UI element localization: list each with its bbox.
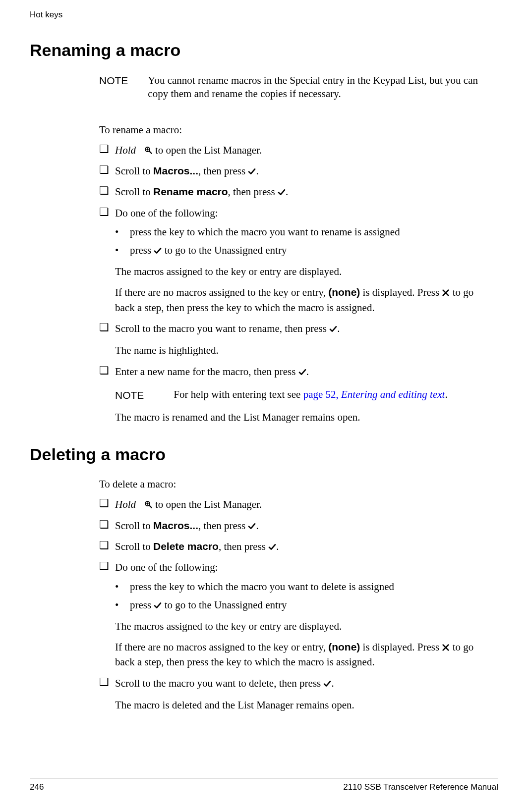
step-text: . — [256, 520, 258, 532]
step-text: to open the List Manager. — [155, 144, 262, 156]
note-text: . — [445, 388, 447, 400]
checkbox-icon: ❏ — [99, 206, 115, 217]
step-item: ❏ Scroll to the macro you want to rename… — [99, 322, 483, 336]
cross-icon — [442, 286, 450, 300]
cross-icon — [442, 641, 450, 655]
bullet-text: to go to the Unassigned entry — [162, 599, 287, 611]
checkbox-icon: ❏ — [99, 365, 115, 376]
paragraph: The macros assigned to the key or entry … — [115, 265, 483, 278]
bullet-text: press — [130, 599, 154, 611]
tick-icon — [329, 323, 337, 336]
tick-icon — [278, 186, 286, 200]
step-item: ❏ Hold to open the List Manager. — [99, 143, 483, 158]
note-label: NOTE — [115, 388, 144, 401]
step-item: ❏ Do one of the following: — [99, 206, 483, 220]
step-item: ❏ Scroll to Delete macro, then press . — [99, 540, 483, 554]
checkbox-icon: ❏ — [99, 519, 115, 530]
paragraph: The name is highlighted. — [115, 343, 483, 357]
paragraph: The macro is renamed and the List Manage… — [115, 410, 483, 424]
paragraph: The macros assigned to the key or entry … — [115, 619, 483, 633]
step-text: , then press — [198, 520, 248, 532]
step-item: ❏ Do one of the following: — [99, 560, 483, 574]
heading-deleting-macro: Deleting a macro — [30, 445, 498, 464]
paragraph: If there are no macros assigned to the k… — [115, 285, 483, 315]
step-text: Do one of the following: — [115, 560, 483, 574]
step-text: Do one of the following: — [115, 206, 483, 220]
bullet-text: to go to the Unassigned entry — [162, 244, 287, 256]
tick-icon — [248, 165, 256, 179]
step-text: Hold — [115, 498, 136, 510]
step-text: Scroll to — [115, 520, 153, 532]
step-text: . — [306, 366, 309, 378]
ui-label: Macros... — [153, 165, 198, 176]
step-text: , then press — [228, 186, 278, 198]
intro-text: To delete a macro: — [99, 478, 483, 490]
step-item: ❏ Scroll to Macros..., then press . — [99, 519, 483, 534]
bullet-icon: • — [115, 244, 130, 257]
note-label: NOTE — [99, 74, 128, 87]
page: Hot keys Renaming a macro NOTE You canno… — [0, 0, 528, 812]
paragraph: The macro is deleted and the List Manage… — [115, 698, 483, 712]
step-item: ❏ Hold to open the List Manager. — [99, 497, 483, 512]
step-text: . — [337, 323, 340, 334]
checkbox-icon: ❏ — [99, 540, 115, 551]
checkbox-icon: ❏ — [99, 164, 115, 175]
bullet-text: press the key to which the macro you wan… — [130, 581, 394, 593]
step-text: Scroll to — [115, 541, 153, 552]
tick-icon — [154, 600, 162, 612]
ui-label: (none) — [328, 641, 360, 652]
bullet-item: • press the key to which the macro you w… — [115, 226, 483, 238]
running-header: Hot keys — [30, 10, 498, 20]
step-text: . — [331, 677, 334, 689]
step-text: . — [256, 165, 258, 177]
ui-label: Rename macro — [153, 186, 228, 197]
tick-icon — [298, 366, 306, 379]
note-block: NOTE You cannot rename macros in the Spe… — [99, 74, 483, 101]
bullet-icon: • — [115, 599, 130, 611]
document-title: 2110 SSB Transceiver Reference Manual — [343, 782, 498, 792]
heading-renaming-macro: Renaming a macro — [30, 41, 498, 60]
checkbox-icon: ❏ — [99, 322, 115, 333]
step-text: . — [286, 186, 288, 198]
page-footer: 246 2110 SSB Transceiver Reference Manua… — [30, 778, 498, 792]
checkbox-icon: ❏ — [99, 676, 115, 688]
bullet-text: press the key to which the macro you wan… — [130, 226, 400, 238]
step-text: , then press — [219, 541, 268, 552]
bullet-icon: • — [115, 226, 130, 238]
step-text: Scroll to — [115, 165, 153, 177]
step-text: to open the List Manager. — [155, 498, 262, 510]
tick-icon — [323, 677, 331, 691]
inline-note: NOTE For help with entering text see pag… — [115, 388, 483, 401]
tick-icon — [154, 245, 162, 258]
step-text: Enter a new name for the macro, then pre… — [115, 366, 298, 378]
step-item: ❏ Scroll to Macros..., then press . — [99, 164, 483, 179]
step-item: ❏ Enter a new name for the macro, then p… — [99, 365, 483, 379]
bullet-item: • press to go to the Unassigned entry — [115, 599, 483, 612]
cross-reference-link[interactable]: page 52, — [303, 388, 341, 400]
intro-text: To rename a macro: — [99, 124, 483, 136]
page-number: 246 — [30, 782, 44, 792]
tick-icon — [268, 541, 276, 554]
bullet-item: • press to go to the Unassigned entry — [115, 244, 483, 258]
bullet-text: press — [130, 244, 154, 256]
step-item: ❏ Scroll to Rename macro, then press . — [99, 185, 483, 200]
step-text: , then press — [198, 165, 248, 177]
checkbox-icon: ❏ — [99, 560, 115, 572]
checkbox-icon: ❏ — [99, 143, 115, 155]
step-text: Scroll to — [115, 186, 153, 198]
step-text: . — [276, 541, 279, 552]
checkbox-icon: ❏ — [99, 497, 115, 509]
step-text: Scroll to the macro you want to delete, … — [115, 677, 323, 689]
note-text: For help with entering text see — [174, 388, 303, 400]
step-text: Scroll to the macro you want to rename, … — [115, 323, 329, 334]
bullet-item: • press the key to which the macro you w… — [115, 581, 483, 593]
cross-reference-link[interactable]: Entering and editing text — [341, 388, 445, 400]
note-text: You cannot rename macros in the Special … — [148, 74, 483, 101]
paragraph: If there are no macros assigned to the k… — [115, 640, 483, 669]
step-item: ❏ Scroll to the macro you want to delete… — [99, 676, 483, 691]
tick-icon — [248, 520, 256, 534]
ui-label: Delete macro — [153, 541, 219, 552]
ui-label: Macros... — [153, 520, 198, 531]
ui-label: (none) — [328, 286, 360, 298]
bullet-icon: • — [115, 581, 130, 593]
